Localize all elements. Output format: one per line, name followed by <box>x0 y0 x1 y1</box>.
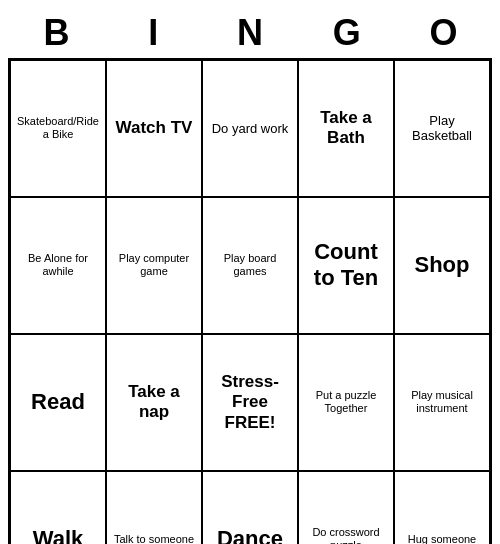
cell-r3-c3: Do crossword puzzle <box>298 471 394 544</box>
cell-r1-c3: Count to Ten <box>298 197 394 334</box>
cell-r0-c1: Watch TV <box>106 60 202 197</box>
cell-text-r1-c2: Play board games <box>207 252 293 278</box>
cell-r2-c3: Put a puzzle Together <box>298 334 394 471</box>
letter-i: I <box>109 12 197 54</box>
cell-r2-c0: Read <box>10 334 106 471</box>
cell-r2-c1: Take a nap <box>106 334 202 471</box>
cell-r2-c4: Play musical instrument <box>394 334 490 471</box>
cell-r1-c2: Play board games <box>202 197 298 334</box>
bingo-header: B I N G O <box>8 8 492 58</box>
cell-r3-c4: Hug someone <box>394 471 490 544</box>
cell-text-r0-c4: Play Basketball <box>399 113 485 144</box>
cell-text-r2-c4: Play musical instrument <box>399 389 485 415</box>
cell-text-r1-c1: Play computer game <box>111 252 197 278</box>
cell-text-r3-c1: Talk to someone <box>114 533 194 544</box>
cell-text-r1-c4: Shop <box>415 252 470 278</box>
cell-r0-c3: Take a Bath <box>298 60 394 197</box>
cell-text-r1-c3: Count to Ten <box>303 239 389 292</box>
cell-r0-c2: Do yard work <box>202 60 298 197</box>
cell-r1-c1: Play computer game <box>106 197 202 334</box>
cell-text-r0-c0: Skateboard/Ride a Bike <box>15 115 101 141</box>
cell-text-r0-c2: Do yard work <box>212 121 289 137</box>
letter-b: B <box>12 12 100 54</box>
cell-text-r2-c2: Stress-Free FREE! <box>207 372 293 433</box>
cell-r3-c0: Walk <box>10 471 106 544</box>
cell-r0-c4: Play Basketball <box>394 60 490 197</box>
cell-text-r3-c4: Hug someone <box>408 533 477 544</box>
letter-g: G <box>303 12 391 54</box>
cell-r2-c2: Stress-Free FREE! <box>202 334 298 471</box>
cell-text-r2-c3: Put a puzzle Together <box>303 389 389 415</box>
cell-text-r3-c0: Walk <box>33 526 84 544</box>
letter-n: N <box>206 12 294 54</box>
cell-r0-c0: Skateboard/Ride a Bike <box>10 60 106 197</box>
cell-text-r0-c1: Watch TV <box>116 118 193 138</box>
bingo-grid: Skateboard/Ride a BikeWatch TVDo yard wo… <box>8 58 492 544</box>
cell-text-r0-c3: Take a Bath <box>303 108 389 149</box>
cell-r1-c4: Shop <box>394 197 490 334</box>
cell-r3-c1: Talk to someone <box>106 471 202 544</box>
cell-r1-c0: Be Alone for awhile <box>10 197 106 334</box>
cell-text-r2-c1: Take a nap <box>111 382 197 423</box>
cell-text-r3-c2: Dance <box>217 526 283 544</box>
cell-text-r3-c3: Do crossword puzzle <box>303 526 389 544</box>
cell-text-r1-c0: Be Alone for awhile <box>15 252 101 278</box>
cell-r3-c2: Dance <box>202 471 298 544</box>
letter-o: O <box>400 12 488 54</box>
cell-text-r2-c0: Read <box>31 389 85 415</box>
